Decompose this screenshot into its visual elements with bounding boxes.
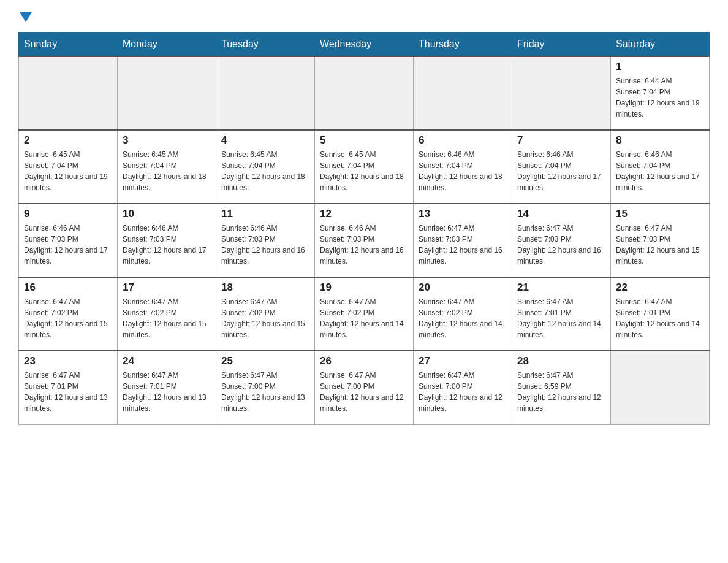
day-info: Sunrise: 6:47 AMSunset: 7:02 PMDaylight:… — [320, 296, 408, 340]
calendar-cell: 27Sunrise: 6:47 AMSunset: 7:00 PMDayligh… — [414, 351, 512, 424]
calendar-cell: 10Sunrise: 6:46 AMSunset: 7:03 PMDayligh… — [118, 204, 216, 277]
calendar-cell — [19, 56, 118, 130]
day-info: Sunrise: 6:47 AMSunset: 7:03 PMDaylight:… — [517, 223, 605, 267]
calendar-cell: 4Sunrise: 6:45 AMSunset: 7:04 PMDaylight… — [216, 130, 315, 204]
logo — [18, 12, 32, 26]
calendar-cell: 16Sunrise: 6:47 AMSunset: 7:02 PMDayligh… — [19, 277, 118, 351]
logo-triangle-icon — [20, 12, 32, 22]
calendar-cell: 17Sunrise: 6:47 AMSunset: 7:02 PMDayligh… — [118, 277, 216, 351]
calendar-header-row: SundayMondayTuesdayWednesdayThursdayFrid… — [19, 33, 710, 57]
calendar-cell: 5Sunrise: 6:45 AMSunset: 7:04 PMDaylight… — [315, 130, 414, 204]
day-info: Sunrise: 6:47 AMSunset: 7:01 PMDaylight:… — [123, 370, 211, 414]
calendar-cell: 6Sunrise: 6:46 AMSunset: 7:04 PMDaylight… — [414, 130, 512, 204]
calendar-week-row: 2Sunrise: 6:45 AMSunset: 7:04 PMDaylight… — [19, 130, 710, 204]
calendar-cell: 21Sunrise: 6:47 AMSunset: 7:01 PMDayligh… — [512, 277, 611, 351]
day-info: Sunrise: 6:46 AMSunset: 7:03 PMDaylight:… — [320, 223, 408, 267]
day-number: 7 — [517, 134, 605, 147]
calendar-week-row: 16Sunrise: 6:47 AMSunset: 7:02 PMDayligh… — [19, 277, 710, 351]
page-header — [18, 12, 710, 26]
day-number: 2 — [24, 134, 112, 147]
calendar-cell — [512, 56, 611, 130]
day-number: 28 — [517, 355, 605, 367]
day-number: 9 — [24, 208, 112, 220]
day-info: Sunrise: 6:47 AMSunset: 7:00 PMDaylight:… — [320, 370, 408, 414]
day-info: Sunrise: 6:45 AMSunset: 7:04 PMDaylight:… — [221, 149, 309, 193]
calendar-cell: 2Sunrise: 6:45 AMSunset: 7:04 PMDaylight… — [19, 130, 118, 204]
day-number: 6 — [419, 134, 507, 147]
calendar-cell: 18Sunrise: 6:47 AMSunset: 7:02 PMDayligh… — [216, 277, 315, 351]
day-number: 17 — [123, 282, 211, 294]
day-info: Sunrise: 6:46 AMSunset: 7:04 PMDaylight:… — [419, 149, 507, 193]
calendar-cell: 9Sunrise: 6:46 AMSunset: 7:03 PMDaylight… — [19, 204, 118, 277]
calendar-week-row: 23Sunrise: 6:47 AMSunset: 7:01 PMDayligh… — [19, 351, 710, 424]
day-number: 3 — [123, 134, 211, 147]
calendar-cell — [315, 56, 414, 130]
day-of-week-header: Saturday — [611, 33, 710, 57]
day-info: Sunrise: 6:47 AMSunset: 6:59 PMDaylight:… — [517, 370, 605, 414]
day-number: 20 — [419, 282, 507, 294]
day-of-week-header: Monday — [118, 33, 216, 57]
day-number: 15 — [616, 208, 704, 220]
day-of-week-header: Tuesday — [216, 33, 315, 57]
day-number: 10 — [123, 208, 211, 220]
day-number: 23 — [24, 355, 112, 367]
day-info: Sunrise: 6:47 AMSunset: 7:03 PMDaylight:… — [419, 223, 507, 267]
day-info: Sunrise: 6:44 AMSunset: 7:04 PMDaylight:… — [616, 75, 704, 120]
day-number: 16 — [24, 282, 112, 294]
day-info: Sunrise: 6:45 AMSunset: 7:04 PMDaylight:… — [320, 149, 408, 193]
day-info: Sunrise: 6:47 AMSunset: 7:01 PMDaylight:… — [24, 370, 112, 414]
day-info: Sunrise: 6:45 AMSunset: 7:04 PMDaylight:… — [123, 149, 211, 193]
day-number: 26 — [320, 355, 408, 367]
day-of-week-header: Sunday — [19, 33, 118, 57]
calendar-cell: 7Sunrise: 6:46 AMSunset: 7:04 PMDaylight… — [512, 130, 611, 204]
calendar-cell: 25Sunrise: 6:47 AMSunset: 7:00 PMDayligh… — [216, 351, 315, 424]
calendar-cell: 24Sunrise: 6:47 AMSunset: 7:01 PMDayligh… — [118, 351, 216, 424]
calendar-cell: 8Sunrise: 6:46 AMSunset: 7:04 PMDaylight… — [611, 130, 710, 204]
day-number: 14 — [517, 208, 605, 220]
calendar-cell: 11Sunrise: 6:46 AMSunset: 7:03 PMDayligh… — [216, 204, 315, 277]
calendar-cell: 22Sunrise: 6:47 AMSunset: 7:01 PMDayligh… — [611, 277, 710, 351]
day-info: Sunrise: 6:47 AMSunset: 7:01 PMDaylight:… — [517, 296, 605, 340]
day-number: 22 — [616, 282, 704, 294]
day-number: 27 — [419, 355, 507, 367]
day-number: 11 — [221, 208, 309, 220]
day-info: Sunrise: 6:47 AMSunset: 7:02 PMDaylight:… — [123, 296, 211, 340]
day-info: Sunrise: 6:45 AMSunset: 7:04 PMDaylight:… — [24, 149, 112, 193]
calendar-cell — [216, 56, 315, 130]
day-number: 8 — [616, 134, 704, 147]
day-number: 18 — [221, 282, 309, 294]
day-number: 25 — [221, 355, 309, 367]
calendar-cell: 15Sunrise: 6:47 AMSunset: 7:03 PMDayligh… — [611, 204, 710, 277]
day-info: Sunrise: 6:46 AMSunset: 7:04 PMDaylight:… — [517, 149, 605, 193]
day-of-week-header: Thursday — [414, 33, 512, 57]
day-of-week-header: Wednesday — [315, 33, 414, 57]
day-info: Sunrise: 6:46 AMSunset: 7:03 PMDaylight:… — [221, 223, 309, 267]
calendar-cell: 14Sunrise: 6:47 AMSunset: 7:03 PMDayligh… — [512, 204, 611, 277]
day-number: 12 — [320, 208, 408, 220]
day-number: 19 — [320, 282, 408, 294]
day-number: 21 — [517, 282, 605, 294]
calendar-week-row: 1Sunrise: 6:44 AMSunset: 7:04 PMDaylight… — [19, 56, 710, 130]
calendar-week-row: 9Sunrise: 6:46 AMSunset: 7:03 PMDaylight… — [19, 204, 710, 277]
calendar-cell: 19Sunrise: 6:47 AMSunset: 7:02 PMDayligh… — [315, 277, 414, 351]
calendar-cell: 12Sunrise: 6:46 AMSunset: 7:03 PMDayligh… — [315, 204, 414, 277]
calendar-cell: 1Sunrise: 6:44 AMSunset: 7:04 PMDaylight… — [611, 56, 710, 130]
calendar-cell — [118, 56, 216, 130]
day-number: 24 — [123, 355, 211, 367]
calendar-cell: 13Sunrise: 6:47 AMSunset: 7:03 PMDayligh… — [414, 204, 512, 277]
day-info: Sunrise: 6:47 AMSunset: 7:00 PMDaylight:… — [221, 370, 309, 414]
calendar-table: SundayMondayTuesdayWednesdayThursdayFrid… — [18, 32, 710, 425]
calendar-cell: 23Sunrise: 6:47 AMSunset: 7:01 PMDayligh… — [19, 351, 118, 424]
day-number: 4 — [221, 134, 309, 147]
day-info: Sunrise: 6:47 AMSunset: 7:02 PMDaylight:… — [221, 296, 309, 340]
day-info: Sunrise: 6:46 AMSunset: 7:04 PMDaylight:… — [616, 149, 704, 193]
day-number: 5 — [320, 134, 408, 147]
calendar-cell: 26Sunrise: 6:47 AMSunset: 7:00 PMDayligh… — [315, 351, 414, 424]
calendar-cell — [414, 56, 512, 130]
day-info: Sunrise: 6:47 AMSunset: 7:01 PMDaylight:… — [616, 296, 704, 340]
day-info: Sunrise: 6:46 AMSunset: 7:03 PMDaylight:… — [123, 223, 211, 267]
day-of-week-header: Friday — [512, 33, 611, 57]
calendar-cell: 28Sunrise: 6:47 AMSunset: 6:59 PMDayligh… — [512, 351, 611, 424]
calendar-cell: 20Sunrise: 6:47 AMSunset: 7:02 PMDayligh… — [414, 277, 512, 351]
day-info: Sunrise: 6:46 AMSunset: 7:03 PMDaylight:… — [24, 223, 112, 267]
